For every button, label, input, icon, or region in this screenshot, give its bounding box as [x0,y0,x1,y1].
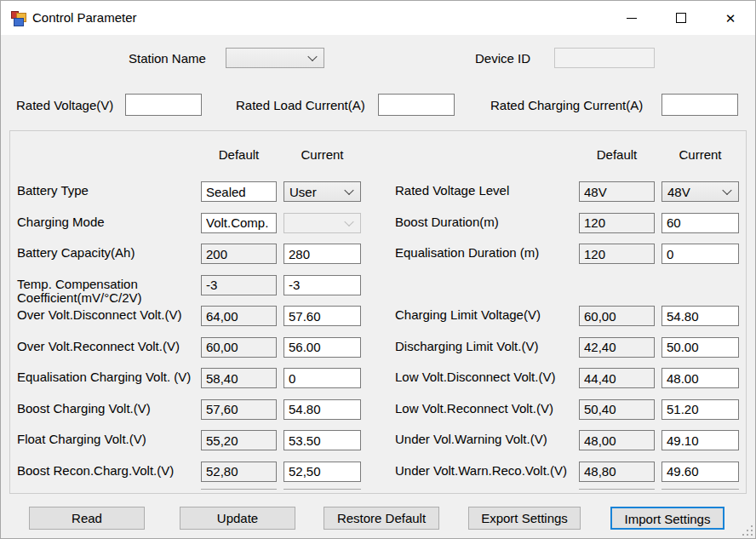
export-settings-button[interactable]: Export Settings [468,507,581,530]
station-name-combobox[interactable] [226,48,324,68]
parameter-label: Float Charging Volt.(V) [17,433,198,446]
parameter-label: Under Vol.Warning Volt.(V) [395,433,576,446]
parameter-label: Charging Limit Voltage(V) [395,308,576,322]
parameter-row: Float Charging Volt.(V) [17,430,368,450]
chevron-down-icon [344,216,353,226]
parameter-label: Rated Voltage Level [395,184,576,198]
parameter-label: Battery Capacity(Ah) [17,246,198,260]
parameter-label: Battery Type [17,184,198,198]
parameter-label: Under Volt.Warn.Reco.Volt.(V) [395,464,576,478]
parameter-row: Under Volt.Warn.Reco.Volt.(V) [395,462,746,482]
title-bar: Control Parameter ✕ [1,1,755,35]
default-value-input [201,181,277,202]
resize-grip-icon[interactable] [742,525,753,536]
current-value-input[interactable] [284,275,361,295]
left-parameter-rows: Battery TypeUserCharging ModeBattery Cap… [17,181,368,482]
current-value-input[interactable] [284,244,361,264]
current-value-input[interactable] [662,462,739,482]
default-value-input [579,337,655,358]
default-column-header: Default [201,147,277,162]
current-column-header: Current [662,147,739,162]
current-value-input[interactable] [284,462,361,482]
default-column-header: Default [579,147,655,162]
update-button[interactable]: Update [180,507,295,530]
parameter-label: Discharging Limit Volt.(V) [395,340,576,353]
combobox-value: User [284,185,317,199]
default-value-input [201,306,277,326]
default-value-input [579,462,655,482]
current-value-input[interactable] [662,430,739,450]
parameter-label: Boost Duration(m) [395,215,576,229]
default-value-input [201,462,277,482]
parameter-row: Low Volt.Disconnect Volt.(V) [395,368,746,388]
parameter-row [395,275,746,295]
clipped-next-row-line [284,489,361,491]
current-value-input[interactable] [662,244,739,264]
current-value-input[interactable] [662,213,739,233]
current-value-input[interactable] [284,399,361,420]
default-value-input [201,244,277,264]
device-id-label: Device ID [475,51,530,66]
clipped-next-row-line [579,489,655,491]
parameter-label: Boost Charging Volt.(V) [17,402,198,416]
parameter-row: Low Volt.Reconnect Volt.(V) [395,399,746,420]
restore-default-button[interactable]: Restore Default [324,507,439,530]
default-value-input [201,275,277,295]
parameter-label: Equalisation Duration (m) [395,246,576,260]
current-value-combobox[interactable]: 48V [662,181,739,202]
minimize-button[interactable] [607,1,656,35]
parameter-label: Temp. Compensation Coefficient(mV/°C/2V) [17,278,198,305]
station-name-label: Station Name [129,51,206,66]
current-value-input[interactable] [284,430,361,450]
current-value-input[interactable] [662,337,739,358]
parameter-row: Temp. Compensation Coefficient(mV/°C/2V) [17,275,368,295]
default-value-input [579,181,655,202]
parameter-label: Charging Mode [17,215,198,229]
maximize-button[interactable] [656,1,706,35]
rated-voltage-field[interactable] [125,94,202,116]
parameter-row: Discharging Limit Volt.(V) [395,337,746,358]
parameter-label: Over Volt.Disconnect Volt.(V) [17,308,198,322]
parameter-label: Equalisation Charging Volt. (V) [17,370,198,384]
current-value-input[interactable] [284,306,361,326]
device-id-field [554,48,655,68]
parameter-row: Equalisation Duration (m) [395,244,746,264]
parameter-row: Charging Mode [17,213,368,233]
parameter-row: Over Volt.Reconnect Volt.(V) [17,337,368,358]
current-value-input[interactable] [662,306,739,326]
default-value-input [201,430,277,450]
read-button[interactable]: Read [29,507,145,530]
parameter-row: Boost Duration(m) [395,213,746,233]
parameters-panel: Default Current Default Current Battery … [9,130,747,494]
close-icon: ✕ [725,12,736,25]
parameter-row: Boost Recon.Charg.Volt.(V) [17,462,368,482]
default-value-input [579,368,655,388]
rated-voltage-label: Rated Voltage(V) [16,98,113,112]
current-value-combobox[interactable]: User [284,181,361,202]
chevron-down-icon [344,186,353,195]
default-value-input [201,213,277,233]
current-value-combobox-disabled [284,213,361,233]
default-value-input [201,337,277,358]
current-value-input[interactable] [662,399,739,420]
minimize-icon [627,18,637,19]
default-value-input [201,399,277,420]
parameter-row: Charging Limit Voltage(V) [395,306,746,326]
default-value-input [201,368,277,388]
rated-load-current-label: Rated Load Current(A) [236,98,365,112]
default-value-input [579,306,655,326]
parameter-row: Over Volt.Disconnect Volt.(V) [17,306,368,326]
parameter-row: Equalisation Charging Volt. (V) [17,368,368,388]
close-button[interactable]: ✕ [706,1,755,35]
parameter-row: Boost Charging Volt.(V) [17,399,368,420]
control-parameter-window: Control Parameter ✕ Station Name Device … [0,0,756,539]
rated-load-current-field[interactable] [378,94,455,116]
clipped-next-row-line [201,489,277,491]
current-value-input[interactable] [284,337,361,358]
default-value-input [579,399,655,420]
rated-charging-current-field[interactable] [662,94,738,116]
import-settings-button[interactable]: Import Settings [610,507,724,530]
parameter-row: Battery TypeUser [17,181,368,202]
current-value-input[interactable] [284,368,361,388]
current-value-input[interactable] [662,368,739,388]
